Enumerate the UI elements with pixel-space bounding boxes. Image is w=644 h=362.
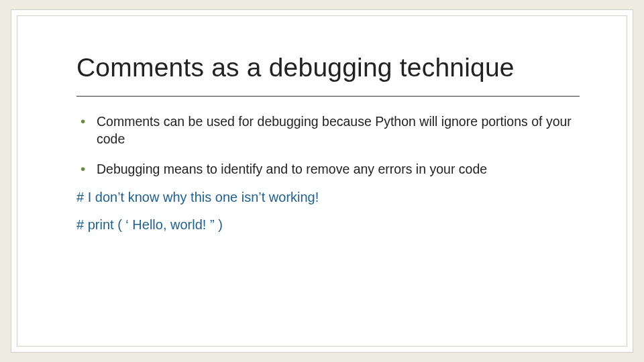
- slide-title: Comments as a debugging technique: [76, 53, 580, 82]
- list-item: Comments can be used for debugging becau…: [76, 113, 580, 148]
- list-item: Debugging means to identify and to remov…: [76, 160, 580, 178]
- slide-outer-frame: Comments as a debugging technique Commen…: [11, 9, 633, 353]
- code-comment-line: # print ( ‘ Hello, world! ” ): [76, 217, 580, 233]
- bullet-list: Comments can be used for debugging becau…: [76, 113, 580, 178]
- title-underline: [76, 96, 580, 97]
- slide-inner-frame: Comments as a debugging technique Commen…: [17, 15, 627, 347]
- code-comment-line: # I don’t know why this one isn’t workin…: [76, 190, 580, 205]
